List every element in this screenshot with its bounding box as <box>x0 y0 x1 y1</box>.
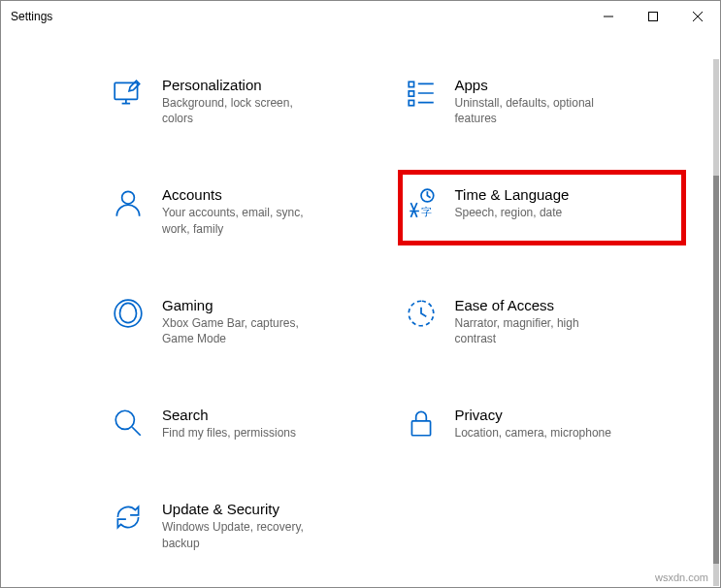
watermark: wsxdn.com <box>655 572 708 583</box>
tile-ease-of-access[interactable]: Ease of Access Narrator, magnifier, high… <box>401 291 684 352</box>
maximize-button[interactable] <box>631 1 675 32</box>
scrollbar[interactable] <box>713 59 719 586</box>
apps-icon <box>405 77 438 110</box>
svg-point-9 <box>115 410 134 429</box>
tile-desc: Narrator, magnifier, high contrast <box>455 315 620 346</box>
tile-accounts[interactable]: Accounts Your accounts, email, sync, wor… <box>108 180 391 242</box>
tile-desc: Xbox Game Bar, captures, Game Mode <box>162 315 327 346</box>
tile-privacy[interactable]: Privacy Location, camera, microphone <box>401 401 684 446</box>
tile-text: Update & Security Windows Update, recove… <box>162 501 327 550</box>
svg-rect-2 <box>409 82 413 86</box>
ease-of-access-icon <box>405 297 438 330</box>
close-button[interactable] <box>675 1 720 32</box>
tile-time-language[interactable]: 字 Time & Language Speech, region, date <box>401 173 684 242</box>
privacy-icon <box>405 407 438 440</box>
tile-desc: Background, lock screen, colors <box>162 95 327 126</box>
tile-title: Time & Language <box>455 186 570 203</box>
tile-personalization[interactable]: Personalization Background, lock screen,… <box>108 71 391 132</box>
svg-text:字: 字 <box>421 206 432 217</box>
tile-title: Privacy <box>455 407 611 423</box>
tile-update-security[interactable]: Update & Security Windows Update, recove… <box>108 495 391 556</box>
tile-title: Ease of Access <box>455 297 620 313</box>
minimize-button[interactable] <box>586 1 631 32</box>
tile-title: Apps <box>455 77 620 93</box>
tile-gaming[interactable]: Gaming Xbox Game Bar, captures, Game Mod… <box>108 291 391 352</box>
tile-desc: Find my files, permissions <box>162 425 296 441</box>
tile-desc: Windows Update, recovery, backup <box>162 519 327 550</box>
svg-rect-1 <box>115 82 137 99</box>
tile-text: Apps Uninstall, defaults, optional featu… <box>455 77 620 126</box>
tile-title: Personalization <box>162 77 327 93</box>
time-language-icon: 字 <box>405 186 438 219</box>
tile-text: Gaming Xbox Game Bar, captures, Game Mod… <box>162 297 327 346</box>
tile-text: Search Find my files, permissions <box>162 407 296 441</box>
settings-window: Settings Personalization Background, loc… <box>0 0 721 588</box>
update-security-icon <box>112 501 145 534</box>
tile-apps[interactable]: Apps Uninstall, defaults, optional featu… <box>401 71 684 132</box>
accounts-icon <box>112 186 145 219</box>
tile-text: Ease of Access Narrator, magnifier, high… <box>455 297 620 346</box>
gaming-icon <box>112 297 145 330</box>
tile-title: Accounts <box>162 186 327 203</box>
tile-desc: Your accounts, email, sync, work, family <box>162 205 327 236</box>
tile-text: Personalization Background, lock screen,… <box>162 77 327 126</box>
tile-search[interactable]: Search Find my files, permissions <box>108 401 391 446</box>
tile-title: Search <box>162 407 296 423</box>
tile-desc: Location, camera, microphone <box>455 425 611 441</box>
svg-rect-10 <box>411 421 430 436</box>
svg-rect-4 <box>409 100 413 105</box>
search-icon <box>112 407 145 440</box>
window-controls <box>586 1 720 32</box>
svg-rect-0 <box>649 13 658 21</box>
settings-grid: Personalization Background, lock screen,… <box>108 71 683 557</box>
tile-title: Gaming <box>162 297 327 313</box>
tile-text: Accounts Your accounts, email, sync, wor… <box>162 186 327 236</box>
svg-rect-3 <box>409 91 413 96</box>
tile-text: Time & Language Speech, region, date <box>455 186 570 220</box>
personalization-icon <box>112 77 145 110</box>
maximize-icon <box>648 12 658 21</box>
tile-desc: Uninstall, defaults, optional features <box>455 95 620 126</box>
tile-desc: Speech, region, date <box>455 205 570 220</box>
settings-content: Personalization Background, lock screen,… <box>1 32 712 587</box>
tile-title: Update & Security <box>162 501 327 517</box>
close-icon <box>693 12 703 21</box>
minimize-icon <box>604 12 613 21</box>
scrollbar-thumb[interactable] <box>713 176 719 564</box>
svg-point-5 <box>122 192 135 205</box>
window-title: Settings <box>11 10 52 23</box>
tile-text: Privacy Location, camera, microphone <box>455 407 611 441</box>
